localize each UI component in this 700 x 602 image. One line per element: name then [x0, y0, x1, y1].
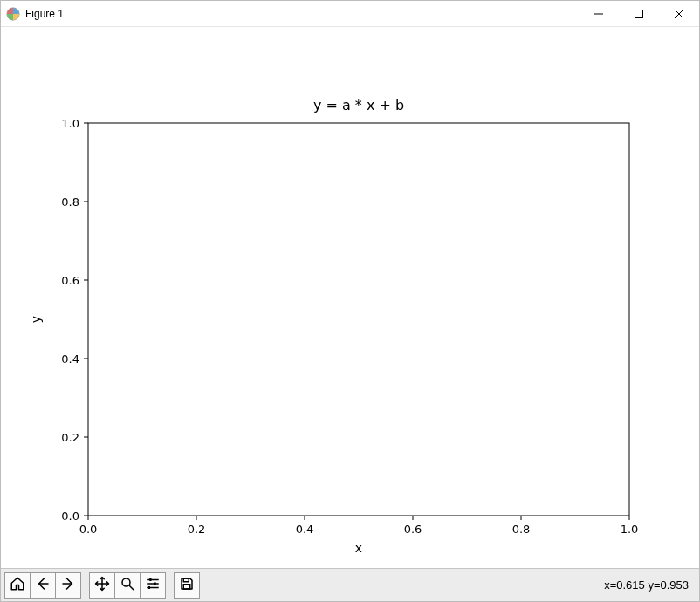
- x-tick-label: 0.0: [79, 523, 98, 536]
- chart-title: y = a * x + b: [313, 97, 404, 113]
- magnifier-icon: [120, 576, 135, 595]
- svg-rect-22: [149, 578, 151, 581]
- navigation-toolbar: x=0.615 y=0.953: [1, 568, 699, 601]
- svg-rect-25: [183, 578, 189, 582]
- x-axis-ticks: 0.0 0.2 0.4 0.6 0.8 1.0: [79, 516, 639, 536]
- home-icon: [10, 576, 25, 595]
- svg-rect-26: [183, 584, 190, 588]
- x-axis-label: x: [355, 541, 362, 555]
- y-tick-label: 0.6: [61, 274, 79, 287]
- y-tick-label: 0.4: [61, 352, 79, 366]
- svg-rect-24: [148, 586, 150, 589]
- app-icon: [6, 7, 20, 21]
- zoom-button[interactable]: [114, 572, 141, 599]
- home-button[interactable]: [4, 572, 31, 599]
- x-tick-label: 0.4: [296, 523, 314, 536]
- figure-canvas[interactable]: y = a * x + b 0.0 0.2 0.4 0.6 0.8 1.0 0.…: [1, 27, 699, 568]
- window-title: Figure 1: [25, 8, 64, 20]
- cursor-coordinates: x=0.615 y=0.953: [604, 578, 696, 592]
- y-tick-label: 0.8: [61, 195, 79, 209]
- x-tick-label: 1.0: [621, 523, 639, 536]
- svg-line-18: [129, 585, 134, 590]
- svg-rect-23: [154, 582, 156, 585]
- svg-point-17: [122, 578, 130, 586]
- axes-frame: [88, 123, 629, 516]
- arrow-left-icon: [35, 576, 51, 595]
- y-tick-label: 1.0: [61, 117, 79, 130]
- x-tick-label: 0.2: [188, 523, 206, 536]
- x-tick-label: 0.6: [404, 523, 422, 536]
- save-icon: [179, 576, 195, 595]
- arrow-right-icon: [60, 576, 76, 595]
- sliders-icon: [145, 576, 161, 595]
- y-tick-label: 0.0: [61, 510, 79, 523]
- window-titlebar: Figure 1: [1, 1, 699, 27]
- maximize-button[interactable]: [619, 1, 659, 27]
- configure-subplots-button[interactable]: [140, 572, 166, 599]
- minimize-button[interactable]: [579, 1, 619, 27]
- close-button[interactable]: [659, 1, 699, 27]
- y-axis-ticks: 0.0 0.2 0.4 0.6 0.8 1.0: [61, 117, 88, 523]
- forward-button[interactable]: [55, 572, 81, 599]
- save-button[interactable]: [174, 572, 200, 599]
- move-icon: [94, 576, 110, 595]
- y-tick-label: 0.2: [61, 431, 79, 444]
- y-axis-label: y: [29, 316, 43, 323]
- svg-rect-2: [635, 10, 643, 17]
- back-button[interactable]: [30, 572, 56, 599]
- x-tick-label: 0.8: [512, 523, 531, 536]
- pan-button[interactable]: [89, 572, 115, 599]
